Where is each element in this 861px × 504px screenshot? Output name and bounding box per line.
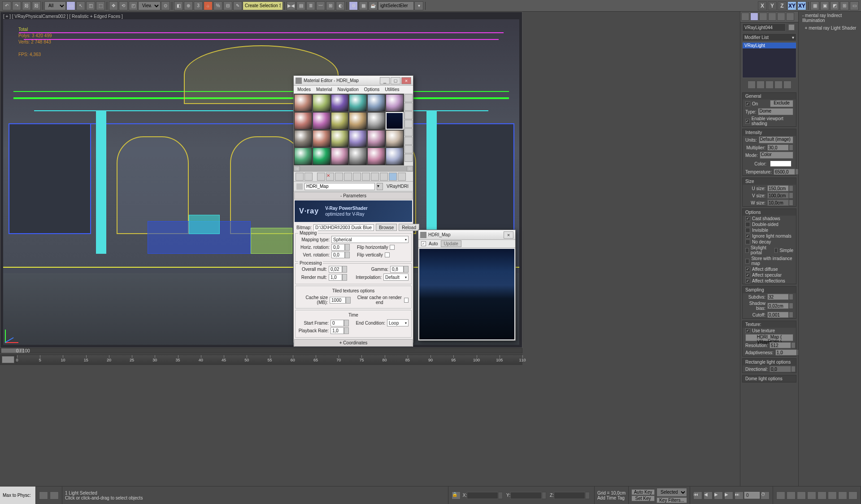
preview-icon[interactable] <box>404 137 413 145</box>
diff-check[interactable]: ✓ <box>745 267 750 272</box>
vp-max-icon[interactable]: ▭ <box>850 1 859 10</box>
menu-options[interactable]: Options <box>364 87 379 92</box>
stack-item-selected[interactable]: VRayLight <box>743 43 796 48</box>
material-swatch[interactable] <box>294 130 312 148</box>
multiplier-field[interactable] <box>767 144 789 151</box>
curve-editor-icon[interactable]: 〰 <box>316 1 325 10</box>
ds-check[interactable] <box>745 222 750 227</box>
material-swatch[interactable] <box>386 148 404 165</box>
mapping-type-drop[interactable]: Spherical <box>331 236 409 243</box>
utilities-tab-icon[interactable] <box>786 13 794 21</box>
res-field[interactable] <box>770 342 791 348</box>
get-material-icon[interactable] <box>296 173 304 181</box>
object-name-field[interactable]: VRayLight044 <box>742 23 786 31</box>
angle-snap-icon[interactable]: ⌂ <box>204 1 213 10</box>
prod-item-1[interactable]: - mental ray Indirect Illumination <box>799 12 861 24</box>
mode-drop[interactable]: Color <box>760 152 793 159</box>
vsize-field[interactable] <box>767 192 789 199</box>
material-swatch[interactable] <box>331 130 349 148</box>
rotate-icon[interactable]: ⟲ <box>119 1 128 10</box>
material-swatch[interactable] <box>313 94 330 112</box>
iso-selection-icon[interactable] <box>50 491 59 500</box>
options-icon[interactable] <box>404 145 413 153</box>
material-swatch[interactable] <box>367 148 385 165</box>
object-filter-field[interactable] <box>378 1 414 10</box>
lock-selection-icon[interactable] <box>39 491 48 500</box>
material-swatch[interactable] <box>294 94 312 112</box>
setkey-button[interactable]: Set Key <box>631 495 655 501</box>
make-unique-icon[interactable] <box>344 173 352 181</box>
align-icon[interactable]: ▤ <box>296 1 305 10</box>
material-name-field[interactable] <box>304 183 375 190</box>
pin-stack-icon[interactable] <box>748 81 756 89</box>
schematic-icon[interactable]: ⊞ <box>326 1 335 10</box>
swatch-hscroll[interactable]: ◂▸ <box>294 165 413 172</box>
link-icon[interactable]: ⛓ <box>22 1 31 10</box>
refl-check[interactable]: ✓ <box>745 278 750 283</box>
goto-end-icon[interactable]: ⏭ <box>735 491 744 500</box>
adapt-field[interactable] <box>775 349 797 356</box>
type-drop[interactable]: Dome <box>758 108 793 115</box>
material-swatch[interactable] <box>349 148 367 165</box>
scale-icon[interactable]: ◰ <box>129 1 138 10</box>
rmult-field[interactable] <box>329 274 342 281</box>
orbit-icon[interactable] <box>838 491 847 500</box>
material-swatch[interactable] <box>294 148 312 165</box>
backlight-icon[interactable] <box>404 103 413 111</box>
reload-button[interactable]: Reload <box>399 224 419 231</box>
undo-icon[interactable]: ↶ <box>2 1 11 10</box>
select-by-mat-icon[interactable] <box>404 154 413 162</box>
ref-coord-drop[interactable]: View <box>138 1 161 10</box>
material-swatch[interactable] <box>349 112 367 130</box>
temp-field[interactable] <box>774 169 795 175</box>
rollout-intensity[interactable]: Intensity <box>743 129 796 136</box>
material-name-drop[interactable]: ▾ <box>377 183 383 190</box>
auto-check[interactable]: ✓ <box>421 241 426 246</box>
move-icon[interactable]: ✥ <box>109 1 118 10</box>
material-swatch[interactable] <box>386 130 404 148</box>
remove-mod-icon[interactable] <box>774 81 783 89</box>
goto-start-icon[interactable]: ⏮ <box>693 491 702 500</box>
axis-z-button[interactable]: Z <box>778 1 787 10</box>
spinner-snap-icon[interactable]: ⊟ <box>223 1 232 10</box>
cache-field[interactable] <box>330 297 346 304</box>
redo-icon[interactable]: ↷ <box>12 1 21 10</box>
playrate-field[interactable] <box>330 327 344 334</box>
mirror-icon[interactable]: ▶◀ <box>287 1 296 10</box>
named-sel-icon[interactable]: ✎ <box>233 1 242 10</box>
spec-check[interactable]: ✓ <box>745 273 750 278</box>
material-swatch[interactable] <box>367 94 385 112</box>
color-swatch[interactable] <box>770 161 791 167</box>
rollout-general[interactable]: General <box>743 93 796 100</box>
sample-type-icon[interactable] <box>404 94 413 102</box>
material-swatch[interactable] <box>313 148 330 165</box>
axis-x-button[interactable]: X <box>758 1 767 10</box>
viewport-label[interactable]: [ + ] [ VRayPhysicalCamera002 ] [ Realis… <box>3 14 123 19</box>
prod-item-2[interactable]: + mental ray Light Shader <box>799 24 861 32</box>
material-editor-icon[interactable]: ◐ <box>336 1 345 10</box>
axis-y-button[interactable]: Y <box>768 1 777 10</box>
safe-frame-icon[interactable]: ▣ <box>820 1 829 10</box>
timeline[interactable]: 0510152025303540455055606570758085909510… <box>0 354 522 365</box>
subdivs-field[interactable] <box>767 294 789 300</box>
keyfilters-button[interactable]: Key Filters... <box>657 497 687 503</box>
material-swatch[interactable] <box>331 94 349 112</box>
modifier-stack[interactable]: VRayLight <box>742 42 796 78</box>
material-swatch[interactable] <box>386 112 404 130</box>
on-check[interactable]: ✓ <box>745 101 750 106</box>
castshad-check[interactable]: ✓ <box>745 216 750 221</box>
modifier-list-drop[interactable]: Modifier List▾ <box>742 33 796 41</box>
material-type-button[interactable]: VRayHDRI <box>385 184 410 189</box>
rollout-size[interactable]: Size <box>743 178 796 185</box>
usize-field[interactable] <box>767 185 789 191</box>
irr-check[interactable] <box>745 259 749 264</box>
coord-y-field[interactable] <box>510 492 542 499</box>
maximize-icon[interactable]: □ <box>391 77 400 84</box>
close-icon[interactable]: × <box>401 77 411 84</box>
skyp-check[interactable] <box>745 248 749 253</box>
zoom-icon[interactable] <box>776 491 785 500</box>
assign-icon[interactable] <box>317 173 325 181</box>
rollout-parameters[interactable]: - Parameters <box>294 192 413 200</box>
object-color-swatch[interactable] <box>788 24 795 30</box>
coord-z-field[interactable] <box>554 492 585 499</box>
